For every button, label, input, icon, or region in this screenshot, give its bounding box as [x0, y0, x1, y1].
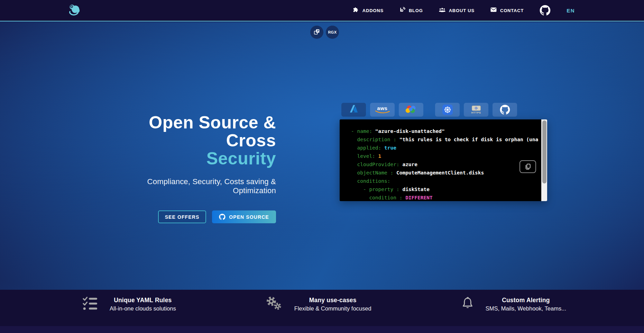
google-cloud-icon [404, 104, 418, 116]
chameleon-logo-icon[interactable] [67, 2, 83, 18]
hero-copy: Open Source & Cross Security Compliance,… [111, 114, 276, 223]
external-window-icon [313, 28, 320, 36]
features-footer: Unique YAML Rules All-in-one clouds solu… [0, 290, 644, 333]
code-scrollbar-track[interactable] [541, 119, 547, 201]
code-line: applied: true [351, 144, 539, 152]
hero-title-line2: Security [111, 150, 276, 168]
yaml-code-viewer: - name: "azure-disk-unattached" descript… [340, 119, 547, 201]
https-browser-icon [472, 106, 481, 111]
tab-aws[interactable]: aws [370, 103, 395, 117]
feature-yaml-rules: Unique YAML Rules All-in-one clouds solu… [82, 296, 176, 313]
blog-icon [399, 7, 405, 14]
nav-label-addons: ADDONS [362, 8, 384, 13]
nav-label-about-us: ABOUT US [449, 8, 475, 13]
checklist-icon [82, 296, 98, 312]
tab-google-cloud[interactable] [399, 103, 423, 117]
gears-icon [266, 296, 283, 313]
feature-use-cases: Many use-cases Flexible & Community focu… [266, 296, 371, 313]
feature-subtitle: All-in-one clouds solutions [110, 305, 176, 312]
code-line: level: 1 [351, 152, 539, 160]
code-line: objectName : ComputeManagementClient.dis… [351, 169, 539, 177]
copy-icon [524, 163, 532, 170]
open-source-button[interactable]: OPEN SOURCE [212, 210, 276, 223]
open-source-label: OPEN SOURCE [229, 214, 269, 220]
top-nav: ADDONS BLOG [0, 0, 644, 21]
code-line: condition : DIFFERENT [351, 194, 539, 201]
feature-subtitle: Flexible & Community focused [294, 305, 371, 312]
code-content: - name: "azure-disk-unattached" descript… [340, 119, 541, 201]
nav-label-blog: BLOG [409, 8, 423, 13]
nav-item-blog[interactable]: BLOG [399, 7, 423, 14]
code-scroll-area[interactable]: - name: "azure-disk-unattached" descript… [340, 119, 541, 201]
tab-azure[interactable] [341, 103, 366, 117]
floating-badges: RGX [310, 26, 339, 39]
nav-item-addons[interactable]: ADDONS [353, 7, 384, 14]
hero-buttons: SEE OFFERS OPEN SOURCE [111, 210, 276, 223]
features-row: Unique YAML Rules All-in-one clouds solu… [82, 296, 566, 313]
nav-links: ADDONS BLOG [353, 5, 575, 16]
rgx-badge-button[interactable]: RGX [326, 26, 339, 39]
code-scrollbar-thumb[interactable] [542, 120, 546, 183]
aws-swoosh-icon [375, 110, 390, 114]
kubernetes-icon [442, 105, 453, 115]
provider-tabs: aws [341, 103, 517, 117]
hero-section: RGX Open Source & Cross Security Complia… [0, 22, 644, 290]
github-icon[interactable] [540, 5, 551, 16]
hero-subtitle: Compliance, Security, Costs saving & Opt… [111, 177, 276, 195]
github-icon [219, 214, 226, 220]
nav-item-contact[interactable]: CONTACT [490, 7, 524, 14]
https-label: HTTPS [471, 111, 481, 114]
language-selector[interactable]: EN [567, 8, 575, 14]
aws-icon: aws [377, 106, 388, 110]
code-line: conditions: [351, 177, 539, 185]
feature-alerting: Custom Alerting SMS, Mails, Webhook, Tea… [461, 296, 566, 313]
puzzle-icon [353, 7, 359, 14]
tab-kubernetes[interactable] [435, 103, 460, 117]
tab-https[interactable]: HTTPS [464, 103, 488, 117]
copy-code-button[interactable] [519, 160, 536, 173]
code-line: - name: "azure-disk-unattached" [351, 127, 539, 135]
feature-subtitle: SMS, Mails, Webhook, Teams... [486, 305, 566, 312]
feature-title: Many use-cases [309, 297, 357, 304]
github-icon [500, 105, 510, 115]
see-offers-button[interactable]: SEE OFFERS [158, 210, 206, 223]
code-line: description : "this rules is to check if… [351, 135, 539, 144]
hero-title-line1: Open Source & Cross [111, 114, 276, 150]
code-line: - property : diskState [351, 185, 539, 194]
bell-icon [461, 296, 474, 312]
nav-item-about-us[interactable]: ABOUT US [439, 7, 475, 14]
code-line: cloudProvider: azure [351, 160, 539, 169]
people-icon [439, 7, 445, 14]
landing-page: ADDONS BLOG [0, 0, 644, 333]
footer-bottom-strip [0, 326, 644, 333]
tab-github[interactable] [493, 103, 517, 117]
nav-label-contact: CONTACT [500, 8, 524, 13]
azure-icon [348, 104, 359, 116]
feature-title: Custom Alerting [502, 297, 550, 304]
feature-title: Unique YAML Rules [114, 297, 172, 304]
external-window-button[interactable] [310, 26, 323, 39]
mail-icon [490, 7, 497, 14]
